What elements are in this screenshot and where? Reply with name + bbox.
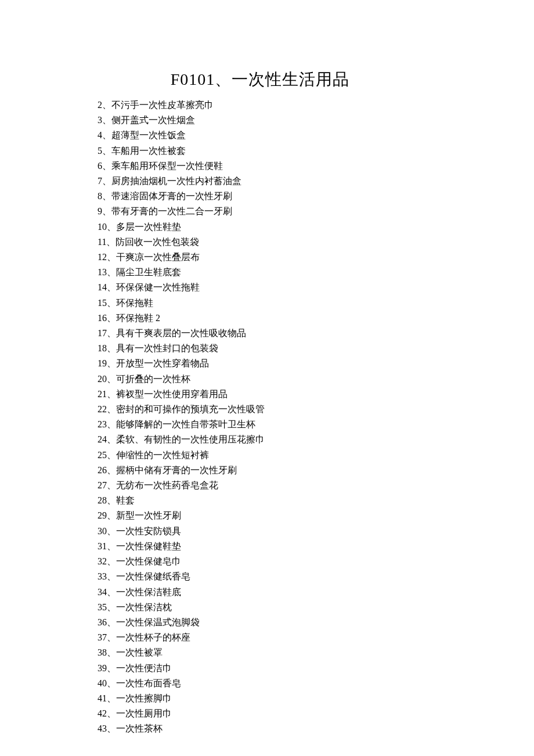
list-item: 25、伸缩性的一次性短衬裤 bbox=[98, 448, 534, 463]
list-item: 33、一次性保健纸香皂 bbox=[98, 569, 534, 584]
list-item: 9、带有牙膏的一次性二合一牙刷 bbox=[98, 204, 534, 219]
list-item: 39、一次性便洁巾 bbox=[98, 661, 534, 676]
page-title: F0101、一次性生活用品 bbox=[98, 69, 423, 91]
list-item: 42、一次性厕用巾 bbox=[98, 706, 534, 721]
list-item: 35、一次性保洁枕 bbox=[98, 600, 534, 615]
list-item: 24、柔软、有韧性的一次性使用压花擦巾 bbox=[98, 432, 534, 447]
list-item: 16、环保拖鞋 2 bbox=[98, 311, 534, 326]
list-item: 18、具有一次性封口的包装袋 bbox=[98, 341, 534, 356]
list-item: 15、环保拖鞋 bbox=[98, 296, 534, 311]
list-item: 36、一次性保温式泡脚袋 bbox=[98, 615, 534, 630]
list-item: 21、裤衩型一次性使用穿着用品 bbox=[98, 387, 534, 402]
list-item: 5、车船用一次性被套 bbox=[98, 143, 534, 159]
list-item: 10、多层一次性鞋垫 bbox=[98, 219, 534, 235]
list-item: 2、不污手一次性皮革擦亮巾 bbox=[98, 98, 534, 113]
list-item: 37、一次性杯子的杯座 bbox=[98, 630, 534, 645]
list-item: 43、一次性茶杯 bbox=[98, 721, 534, 736]
list-item: 8、带速溶固体牙膏的一次性牙刷 bbox=[98, 189, 534, 204]
list-item: 11、防回收一次性包装袋 bbox=[98, 235, 534, 250]
list-item: 26、握柄中储有牙膏的一次性牙刷 bbox=[98, 463, 534, 478]
list-item: 28、鞋套 bbox=[98, 493, 534, 508]
list-item: 12、干爽凉一次性叠层布 bbox=[98, 250, 534, 265]
list-item: 34、一次性保洁鞋底 bbox=[98, 585, 534, 600]
list-item: 22、密封的和可操作的预填充一次性吸管 bbox=[98, 402, 534, 417]
list-item: 41、一次性擦脚巾 bbox=[98, 691, 534, 706]
list-item: 32、一次性保健皂巾 bbox=[98, 554, 534, 569]
list-item: 30、一次性安防锁具 bbox=[98, 524, 534, 539]
list-item: 23、能够降解的一次性自带茶叶卫生杯 bbox=[98, 417, 534, 432]
list-item: 31、一次性保健鞋垫 bbox=[98, 539, 534, 554]
list-item: 27、无纺布一次性药香皂盒花 bbox=[98, 478, 534, 493]
item-list: 2、不污手一次性皮革擦亮巾3、侧开盖式一次性烟盒4、超薄型一次性饭盒5、车船用一… bbox=[98, 98, 534, 737]
list-item: 14、环保保健一次性拖鞋 bbox=[98, 280, 534, 295]
list-item: 17、具有干爽表层的一次性吸收物品 bbox=[98, 326, 534, 341]
list-item: 38、一次性被罩 bbox=[98, 645, 534, 660]
list-item: 6、乘车船用环保型一次性便鞋 bbox=[98, 159, 534, 174]
list-item: 20、可折叠的一次性杯 bbox=[98, 372, 534, 387]
list-item: 19、开放型一次性穿着物品 bbox=[98, 356, 534, 371]
list-item: 13、隔尘卫生鞋底套 bbox=[98, 265, 534, 280]
list-item: 7、厨房抽油烟机一次性内衬蓄油盒 bbox=[98, 174, 534, 189]
list-item: 4、超薄型一次性饭盒 bbox=[98, 128, 534, 143]
list-item: 29、新型一次性牙刷 bbox=[98, 508, 534, 523]
list-item: 40、一次性布面香皂 bbox=[98, 676, 534, 691]
list-item: 3、侧开盖式一次性烟盒 bbox=[98, 113, 534, 128]
